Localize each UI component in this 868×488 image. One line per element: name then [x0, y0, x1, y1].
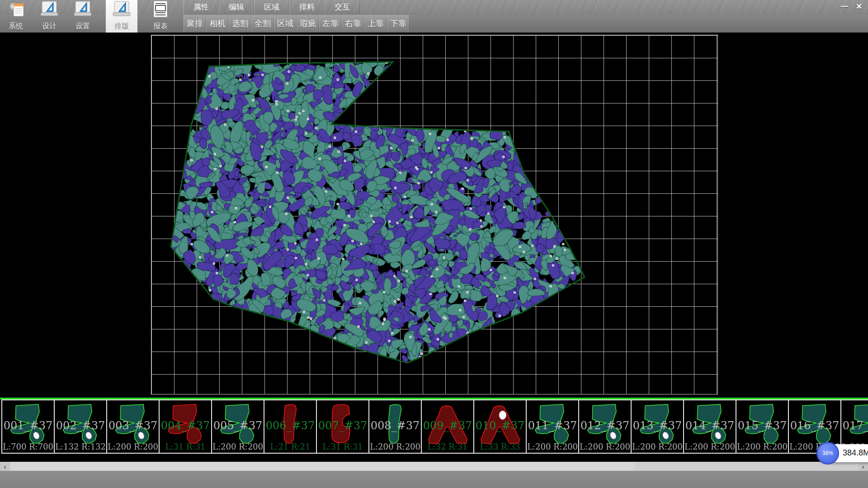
- app-tab-1[interactable]: 系统: [0, 0, 32, 33]
- tool-button-5[interactable]: 区域: [274, 15, 297, 32]
- piece-shape: [6, 402, 52, 446]
- layout-ruler-icon: [112, 0, 132, 22]
- app-tab-label: 设计: [42, 22, 57, 31]
- piece-thumbnail-009_#37[interactable]: 009_#37L:32 R:31: [421, 399, 474, 454]
- piece-shape: [58, 402, 104, 446]
- piece-thumbnail-002_#37[interactable]: 002_#37L:132 R:132: [54, 399, 107, 454]
- tool-button-10[interactable]: 下靠: [387, 15, 410, 32]
- menu-item-1[interactable]: 属性: [184, 0, 219, 14]
- piece-thumbnail-003_#37[interactable]: 003_#37L:200 R:200: [106, 399, 160, 454]
- piece-thumbnail-011_#37[interactable]: 011_#37L:200 R:200: [526, 399, 579, 454]
- piece-shape: [635, 402, 681, 446]
- status-bar: [0, 471, 868, 488]
- piece-thumbnail-013_#37[interactable]: 013_#37L:200 R:200: [631, 399, 684, 454]
- piece-thumbnail-006_#37[interactable]: 006_#37L:21 R:21: [264, 399, 317, 454]
- scroll-right-button[interactable]: ›: [858, 462, 868, 471]
- piece-shape: [268, 402, 314, 446]
- piece-shape: [163, 402, 209, 446]
- horizontal-scrollbar[interactable]: ‹ ›: [0, 462, 868, 471]
- menu-row: 属性编辑区域排料交互: [184, 0, 360, 14]
- design-ruler-icon: [39, 0, 59, 22]
- piece-shape: [373, 402, 419, 446]
- piece-hole: [499, 411, 506, 419]
- tool-button-9[interactable]: 上靠: [364, 15, 387, 32]
- memory-percent-indicator: 38%: [816, 442, 839, 465]
- memory-usage-badge[interactable]: 38% 384.8M: [817, 444, 868, 462]
- piece-thumbnail-005_#37[interactable]: 005_#37L:200 R:200: [211, 399, 264, 454]
- piece-shape: [845, 402, 868, 446]
- tool-button-3[interactable]: 选割: [229, 15, 251, 32]
- tool-row: 聚排相机选割全割区域瑕疵左靠右靠上靠下靠: [184, 15, 410, 32]
- app-tab-label: 系统: [9, 22, 23, 31]
- piece-shape: [216, 402, 262, 446]
- piece-thumbnail-015_#37[interactable]: 015_#37L:200 R:200: [736, 399, 789, 454]
- piece-shape: [478, 402, 524, 446]
- report-doc-icon: [151, 0, 170, 22]
- app-tab-2[interactable]: 设计: [33, 0, 65, 33]
- memory-amount-label: 384.8M: [843, 448, 868, 458]
- piece-thumbnail-010_#37[interactable]: 010_#37L:33 R:33: [473, 399, 527, 454]
- app-tab-label: 设置: [75, 22, 90, 31]
- piece-shape: [740, 402, 786, 446]
- app-tab-label: 排版: [114, 22, 129, 31]
- piece-shape: [111, 402, 157, 446]
- piece-thumbnail-strip: 001_#37L:700 R:700002_#37L:132 R:132003_…: [1, 399, 868, 454]
- system-gear-icon: [6, 0, 26, 22]
- nesting-viewport: [151, 35, 718, 394]
- app-tab-3[interactable]: 设置: [67, 0, 99, 33]
- menu-item-2[interactable]: 编辑: [219, 0, 254, 14]
- tool-button-2[interactable]: 相机: [206, 15, 229, 32]
- piece-thumbnail-007_#37[interactable]: 007_#37L:31 R:31: [316, 399, 369, 454]
- app-tab-strip: 系统设计设置排版报表: [0, 0, 178, 33]
- ribbon: 系统设计设置排版报表 属性编辑区域排料交互 聚排相机选割全割区域瑕疵左靠右靠上靠…: [0, 0, 868, 33]
- scrollbar-thumb[interactable]: [10, 462, 634, 471]
- app-tab-label: 报表: [153, 22, 168, 31]
- menu-item-4[interactable]: 排料: [289, 0, 325, 14]
- close-button[interactable]: ✕: [852, 1, 866, 12]
- app-tab-5[interactable]: 报表: [145, 0, 176, 33]
- scroll-left-button[interactable]: ‹: [0, 462, 10, 471]
- nesting-canvas[interactable]: [151, 35, 717, 394]
- tool-button-1[interactable]: 聚排: [184, 15, 206, 32]
- settings-ruler-icon: [73, 0, 93, 22]
- piece-thumbnail-001_#37[interactable]: 001_#37L:700 R:700: [1, 399, 55, 454]
- piece-thumbnail-008_#37[interactable]: 008_#37L:200 R:200: [368, 399, 422, 454]
- piece-shape: [688, 402, 734, 446]
- piece-shape: [321, 402, 367, 446]
- piece-shape: [530, 402, 576, 446]
- tool-button-8[interactable]: 右靠: [342, 15, 364, 32]
- tool-button-7[interactable]: 左靠: [319, 15, 342, 32]
- minimize-button[interactable]: —: [837, 1, 852, 12]
- app-window: 系统设计设置排版报表 属性编辑区域排料交互 聚排相机选割全割区域瑕疵左靠右靠上靠…: [0, 0, 868, 488]
- piece-thumbnail-004_#37[interactable]: 004_#37L:31 R:31: [159, 399, 212, 454]
- menu-item-5[interactable]: 交互: [325, 0, 360, 14]
- piece-thumbnail-014_#37[interactable]: 014_#37L:200 R:200: [683, 399, 736, 454]
- app-tab-4[interactable]: 排版: [106, 0, 137, 33]
- tool-button-4[interactable]: 全割: [251, 15, 274, 32]
- piece-shape: [793, 402, 839, 446]
- piece-thumbnail-012_#37[interactable]: 012_#37L:200 R:200: [578, 399, 632, 454]
- menu-item-3[interactable]: 区域: [254, 0, 289, 14]
- piece-shape: [425, 402, 472, 446]
- window-controls: — ✕: [837, 1, 866, 12]
- tool-button-6[interactable]: 瑕疵: [297, 15, 319, 32]
- piece-shape: [583, 402, 629, 446]
